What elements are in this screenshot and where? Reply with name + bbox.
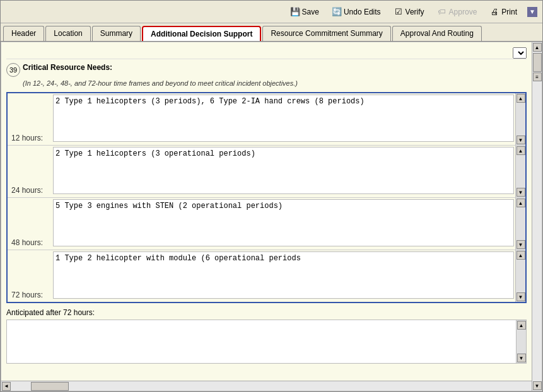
save-button[interactable]: 💾 Save: [288, 6, 322, 18]
tab-summary[interactable]: Summary: [92, 26, 141, 41]
hours-label-48: 48 hours:: [8, 198, 52, 250]
hours-textarea-wrap-72: [52, 250, 515, 302]
scrollbar-12: ▲ ▼: [515, 93, 525, 145]
approve-button[interactable]: 🏷 Approve: [435, 6, 480, 18]
verify-button[interactable]: ☑ Verify: [391, 6, 427, 18]
scroll-left-arrow[interactable]: ◄: [2, 382, 11, 391]
section-subtitle: (In 12-, 24-, 48-, and 72-hour time fram…: [23, 79, 527, 87]
hours-textarea-24[interactable]: [53, 147, 514, 194]
scroll-right-up[interactable]: ▲: [533, 43, 542, 52]
scroll-thumb-h[interactable]: [31, 382, 69, 391]
scroll-track: [12, 382, 531, 391]
top-row: ▼: [6, 47, 527, 59]
tabs-bar: Header Location Summary Additional Decis…: [1, 23, 542, 42]
undo-icon: 🔄: [332, 7, 342, 17]
scrollbar-72: ▲ ▼: [515, 250, 525, 302]
scroll-down-24[interactable]: ▼: [517, 188, 525, 197]
tab-approval[interactable]: Approval And Routing: [392, 26, 482, 41]
scroll-down-48[interactable]: ▼: [517, 240, 525, 249]
tab-location[interactable]: Location: [45, 26, 90, 41]
dropdown-arrow[interactable]: ▼: [527, 7, 537, 17]
anticipated-scroll-up[interactable]: ▲: [517, 321, 526, 330]
scrollbar-48: ▲ ▼: [515, 198, 525, 250]
hours-row-72: 72 hours: ▲ ▼: [8, 250, 525, 302]
tab-header[interactable]: Header: [3, 26, 44, 41]
print-button[interactable]: 🖨 Print: [487, 6, 520, 18]
anticipated-scrollbar: ▲ ▼: [516, 320, 526, 363]
anticipated-scroll-down[interactable]: ▼: [517, 354, 526, 362]
approve-icon: 🏷: [437, 7, 447, 17]
scroll-up-12[interactable]: ▲: [517, 94, 525, 103]
bottom-scrollbar: ◄ ►: [1, 381, 542, 391]
scroll-down-72[interactable]: ▼: [517, 292, 525, 301]
content-area: ▼ 39 Critical Resource Needs: (In 12-, 2…: [1, 42, 542, 391]
hours-row-24: 24 hours: ▲ ▼: [8, 146, 525, 198]
hours-textarea-wrap-12: [52, 93, 515, 145]
anticipated-section: Anticipated after 72 hours: ▲ ▼: [6, 308, 527, 364]
hours-textarea-48[interactable]: [53, 199, 514, 246]
anticipated-textarea-wrap: ▲ ▼: [6, 320, 527, 364]
hours-label-12: 12 hours:: [8, 93, 52, 145]
top-select[interactable]: ▼: [513, 47, 527, 59]
print-icon: 🖨: [489, 7, 499, 17]
hours-textarea-wrap-48: [52, 198, 515, 250]
hours-row-48: 48 hours: ▲ ▼: [8, 198, 525, 250]
hours-row-12: 12 hours: ▲ ▼: [8, 93, 525, 146]
scroll-up-48[interactable]: ▲: [517, 199, 525, 207]
hours-textarea-wrap-24: [52, 146, 515, 197]
hours-textarea-72[interactable]: [53, 251, 514, 299]
hours-label-72: 72 hours:: [8, 250, 52, 302]
anticipated-label: Anticipated after 72 hours:: [6, 308, 527, 317]
scroll-down-12[interactable]: ▼: [517, 135, 525, 144]
verify-icon: ☑: [394, 7, 404, 17]
main-window: 💾 Save 🔄 Undo Edits ☑ Verify 🏷 Approve 🖨…: [0, 0, 543, 392]
tab-resource[interactable]: Resource Commitment Summary: [262, 26, 390, 41]
section-39-header: 39 Critical Resource Needs:: [6, 63, 527, 77]
scrollbar-24: ▲ ▼: [515, 146, 525, 197]
anticipated-textarea[interactable]: [7, 320, 516, 363]
right-scrollbar: ▲ ≡ ▼: [532, 42, 542, 381]
section-title: Critical Resource Needs:: [23, 63, 112, 72]
section-number: 39: [6, 63, 20, 77]
resource-box: 12 hours: ▲ ▼ 24 hours:: [6, 92, 527, 303]
scroll-up-72[interactable]: ▲: [517, 251, 525, 260]
undo-button[interactable]: 🔄 Undo Edits: [329, 6, 383, 18]
save-icon: 💾: [290, 7, 300, 17]
scroll-right-thumb[interactable]: [533, 53, 542, 72]
scroll-up-24[interactable]: ▲: [517, 146, 525, 155]
tab-additional[interactable]: Additional Decision Support: [142, 26, 261, 41]
hours-textarea-12[interactable]: [53, 95, 514, 142]
content-scroll[interactable]: ▼ 39 Critical Resource Needs: (In 12-, 2…: [1, 42, 542, 381]
hours-label-24: 24 hours:: [8, 146, 52, 197]
toolbar: 💾 Save 🔄 Undo Edits ☑ Verify 🏷 Approve 🖨…: [1, 1, 542, 23]
scroll-right-middle[interactable]: ≡: [533, 72, 542, 81]
